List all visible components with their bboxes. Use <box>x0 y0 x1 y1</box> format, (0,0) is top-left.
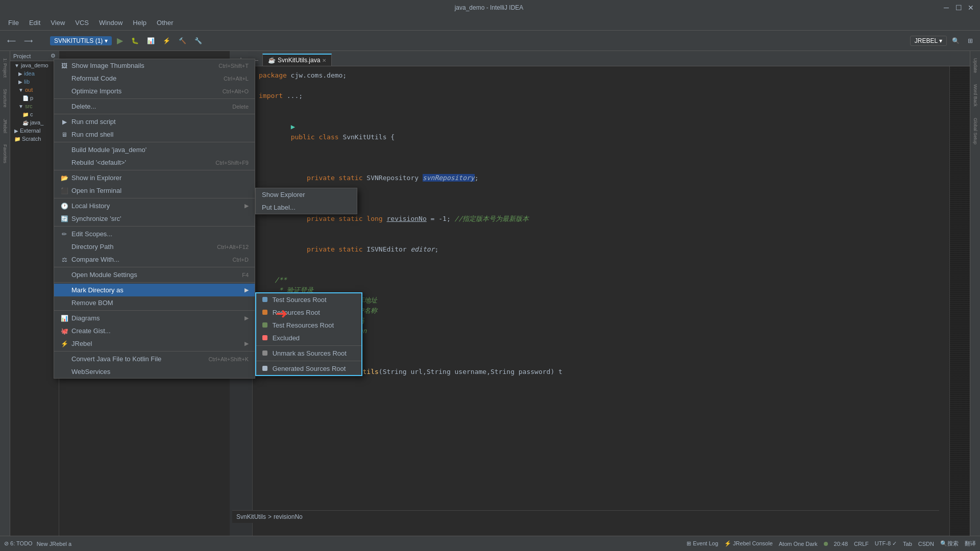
ctx-jrebel[interactable]: ⚡JRebel ▶ <box>54 337 255 350</box>
toolbar-grid[interactable]: ⊞ <box>965 36 976 46</box>
ctx-local-history[interactable]: 🕐Local History ▶ <box>54 199 255 212</box>
maximize-button[interactable]: ☐ <box>954 4 963 12</box>
tree-item-lib[interactable]: ▶ lib <box>10 78 59 86</box>
window-controls[interactable]: ─ ☐ ✕ <box>942 4 975 12</box>
tree-item-external[interactable]: ▶ External <box>10 127 59 135</box>
submenu-arrow: ▶ <box>244 287 249 293</box>
submenu-resources-root[interactable]: Resources Root <box>256 306 361 319</box>
ctx-edit-scopes[interactable]: ✏Edit Scopes... <box>54 228 255 240</box>
tree-item-java-demo[interactable]: ▼ java_demo <box>10 61 59 69</box>
menu-file[interactable]: File <box>4 17 23 28</box>
ctx-synchronize[interactable]: 🔄Synchronize 'src' <box>54 212 255 225</box>
menu-edit[interactable]: Edit <box>25 17 44 28</box>
jrebel-tab-label[interactable]: JRebel <box>3 119 8 133</box>
menu-view[interactable]: View <box>46 17 69 28</box>
submenu-local-history: Show Explorer Put Label... <box>255 188 357 214</box>
submenu-put-label[interactable]: Put Label... <box>256 201 357 214</box>
menu-other[interactable]: Other <box>153 17 178 28</box>
ctx-create-gist[interactable]: 🐙Create Gist... <box>54 324 255 337</box>
structure-tab-label[interactable]: Structure <box>3 89 8 108</box>
tree-item-src[interactable]: ▼ src <box>10 102 59 110</box>
submenu-test-sources-root[interactable]: Test Sources Root <box>256 293 361 306</box>
close-tab-button[interactable]: ✕ <box>322 58 326 63</box>
global-setup-label[interactable]: Global Setup <box>973 118 978 144</box>
menu-vcs[interactable]: VCS <box>71 17 93 28</box>
submenu-show-explorer[interactable]: Show Explorer <box>256 188 357 201</box>
ctx-mark-directory-as[interactable]: Mark Directory as ▶ <box>54 284 255 296</box>
toolbar-search[interactable]: 🔍 <box>949 36 963 46</box>
ctx-rebuild[interactable]: Rebuild '<default>' Ctrl+Shift+F9 <box>54 156 255 169</box>
status-translate[interactable]: 翻译 <box>965 540 976 547</box>
menu-help[interactable]: Help <box>129 17 151 28</box>
minimize-button[interactable]: ─ <box>942 4 950 12</box>
submenu-unmark-sources-root[interactable]: Unmark as Sources Root <box>256 347 361 360</box>
menu-window[interactable]: Window <box>95 17 127 28</box>
ctx-compare-with[interactable]: ⚖Compare With... Ctrl+D <box>54 253 255 266</box>
debug-button[interactable]: 🐛 <box>128 36 142 46</box>
code-line-29: */ <box>259 336 964 346</box>
ctx-open-module-settings[interactable]: Open Module Settings F4 <box>54 268 255 281</box>
project-panel-title: Project <box>13 53 31 59</box>
submenu-generated-sources-root[interactable]: Generated Sources Root <box>256 362 361 375</box>
ctx-separator <box>54 142 255 142</box>
submenu-excluded[interactable]: Excluded <box>256 332 361 344</box>
code-line-16 <box>259 101 964 111</box>
tree-item-p[interactable]: 📄 p <box>10 94 59 102</box>
run-config-selector[interactable]: SVNKITUTILS (1) ▾ <box>50 36 112 45</box>
toolbar-btn-1[interactable]: ⟵ <box>4 36 19 46</box>
ctx-show-in-explorer[interactable]: 📂Show in Explorer <box>54 171 255 184</box>
test-sources-color-icon <box>262 297 267 302</box>
status-csdn[interactable]: CSDN <box>918 541 934 547</box>
image-icon: 🖼 <box>60 62 68 69</box>
tree-item-c[interactable]: 📁 c <box>10 110 59 118</box>
ctx-show-image-thumbnails[interactable]: 🖼Show Image Thumbnails Ctrl+Shift+T <box>54 59 255 72</box>
ctx-build-module[interactable]: Build Module 'java_demo' <box>54 143 255 156</box>
ctx-remove-bom[interactable]: Remove BOM <box>54 296 255 309</box>
status-event-log[interactable]: ⊞ Event Log <box>687 540 718 547</box>
tree-item-idea[interactable]: ▶ idea <box>10 69 59 78</box>
tree-item-out[interactable]: ▼ out <box>10 86 59 94</box>
status-encoding[interactable]: UTF-8 ✓ <box>875 540 897 547</box>
word-back-label[interactable]: Word Back <box>973 84 978 107</box>
status-line-endings[interactable]: CRLF <box>854 541 869 547</box>
ctx-delete[interactable]: Delete... Delete <box>54 100 255 113</box>
shortcut-label: Ctrl+Alt+L <box>224 76 249 82</box>
run-gutter-icon[interactable]: ▶ <box>291 122 295 131</box>
tab-svnkitutils[interactable]: ☕ SvnKitUtils.java ✕ <box>262 54 332 66</box>
ctx-reformat-code[interactable]: Reformat Code Ctrl+Alt+L <box>54 72 255 85</box>
jrebel-btn[interactable]: JREBEL ▾ <box>910 36 947 46</box>
project-tab-label[interactable]: 1: Project <box>3 58 8 78</box>
todo-btn[interactable]: ⊘ 6: TODO <box>4 540 33 547</box>
toolbar-btn-2[interactable]: ⟶ <box>21 36 36 46</box>
tree-item-scratch[interactable]: 📁 Scratch <box>10 135 59 143</box>
run-button[interactable]: ▶ <box>114 34 126 47</box>
status-right: ⊞ Event Log ⚡ JRebel Console Atom One Da… <box>687 540 976 547</box>
toolbar-btn-5[interactable]: 🔨 <box>176 36 189 46</box>
test-resources-color-icon <box>262 322 267 328</box>
profile-button[interactable]: ⚡ <box>160 36 174 46</box>
tree-item-java[interactable]: ☕ java_ <box>10 118 59 127</box>
submenu-test-resources-root[interactable]: Test Resources Root <box>256 319 361 332</box>
ctx-diagrams[interactable]: 📊Diagrams ▶ <box>54 312 255 324</box>
status-jrebel-console[interactable]: ⚡ JRebel Console <box>724 540 773 547</box>
ctx-convert-kotlin[interactable]: Convert Java File to Kotlin File Ctrl+Al… <box>54 353 255 365</box>
ctx-web-services[interactable]: WebServices <box>54 365 255 378</box>
ctx-directory-path[interactable]: Directory Path Ctrl+Alt+F12 <box>54 240 255 253</box>
ctx-run-cmd-shell[interactable]: 🖥Run cmd shell <box>54 128 255 141</box>
code-line-24: * 验证登录 <box>259 285 964 295</box>
coverage-button[interactable]: 📊 <box>144 36 158 46</box>
favorites-tab-label[interactable]: Favorites <box>3 144 8 163</box>
folder-icon: ▼ <box>18 104 23 109</box>
tree-item-label: Scratch <box>22 136 41 142</box>
folder-icon: 📁 <box>22 112 29 117</box>
toolbar-btn-6[interactable]: 🔧 <box>191 36 205 46</box>
ctx-open-terminal[interactable]: ⬛Open in Terminal <box>54 184 255 197</box>
status-search[interactable]: 🔍搜索 <box>940 540 959 547</box>
close-button[interactable]: ✕ <box>967 4 975 12</box>
ctx-optimize-imports[interactable]: Optimize Imports Ctrl+Alt+O <box>54 85 255 97</box>
status-indent[interactable]: Tab <box>903 541 912 547</box>
ctx-run-cmd-script[interactable]: ▶Run cmd script <box>54 115 255 128</box>
submenu-separator2 <box>256 361 361 361</box>
update-tab-label[interactable]: Update <box>973 58 978 73</box>
left-sidebar-strip: 1: Project Structure JRebel Favorites <box>0 51 10 536</box>
